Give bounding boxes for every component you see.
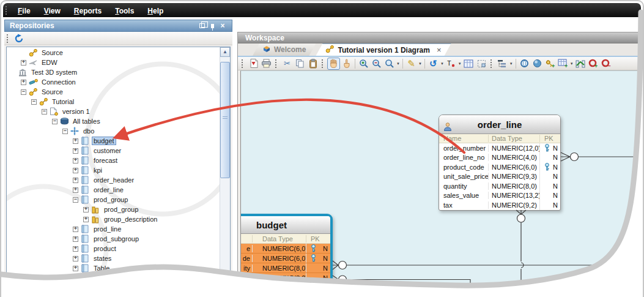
- selection-icon[interactable]: [475, 58, 488, 70]
- zoom-in-icon[interactable]: [357, 58, 370, 70]
- tree-item-tutorial[interactable]: −Tutorial: [8, 97, 219, 107]
- text-tool-icon[interactable]: T: [445, 58, 457, 70]
- print-icon[interactable]: [260, 58, 273, 70]
- entity-order_line[interactable]: order_lineNameData TypePKorder_numberNUM…: [439, 115, 561, 211]
- copy-icon[interactable]: [294, 58, 306, 70]
- expander-plus-icon[interactable]: +: [73, 266, 78, 271]
- tree-item-order_line[interactable]: +order_line: [8, 185, 219, 195]
- entity-budget[interactable]: budgetData TypePKeNUMERIC(6,0)NdeNUMERIC…: [240, 214, 333, 285]
- expander-plus-icon[interactable]: +: [83, 207, 89, 212]
- circle-minus-icon[interactable]: −: [600, 58, 613, 70]
- circle-add-icon[interactable]: +: [587, 58, 600, 70]
- expander-minus-icon[interactable]: −: [42, 109, 47, 115]
- entity-header[interactable]: budget: [240, 216, 330, 234]
- dropdown-arrow-icon[interactable]: ▼: [509, 62, 513, 66]
- expander-plus-icon[interactable]: +: [21, 80, 26, 85]
- menu-item-reports[interactable]: Reports: [67, 7, 108, 15]
- tab-close-icon[interactable]: ×: [437, 45, 442, 55]
- tree-item-label[interactable]: Connection: [40, 78, 77, 86]
- tree-item-dbo[interactable]: −dbo: [8, 126, 219, 136]
- tree-item-label[interactable]: EDW: [40, 59, 59, 66]
- tab-tutorial-version-1-diagram[interactable]: Tutorial version 1 Diagram×: [316, 43, 451, 56]
- expander-plus-icon[interactable]: +: [73, 178, 78, 183]
- tree-item-prod_group[interactable]: +prod_group: [8, 205, 219, 214]
- expander-minus-icon[interactable]: −: [52, 119, 57, 124]
- zoom-out-icon[interactable]: [370, 58, 383, 70]
- tree-item-connection[interactable]: +Connection: [8, 77, 219, 87]
- tree-item-label[interactable]: customer: [92, 147, 122, 154]
- tree-item-label[interactable]: prod_group: [92, 196, 129, 203]
- tree-scrollbar[interactable]: ▲: [220, 47, 230, 281]
- grid-table-icon[interactable]: [462, 58, 475, 70]
- chart-icon[interactable]: [574, 58, 587, 70]
- entity-row-ity[interactable]: ityNUMERIC(8,0)N: [240, 263, 330, 273]
- entity-row-product_code[interactable]: product_codeNUMERIC(6,0)N: [439, 162, 560, 172]
- tree-item-label[interactable]: product: [92, 245, 117, 252]
- expander-plus-icon[interactable]: +: [73, 246, 78, 252]
- expander-plus-icon[interactable]: +: [73, 187, 78, 193]
- tree-item-label[interactable]: kpi: [92, 167, 103, 174]
- tree-item-test-3d-system[interactable]: Test 3D system: [8, 67, 219, 77]
- expander-minus-icon[interactable]: −: [31, 99, 37, 105]
- entity-row-quantity[interactable]: quantityNUMERIC(8,0)N: [439, 181, 560, 191]
- pdf-export-icon[interactable]: [247, 58, 260, 70]
- tree-item-label[interactable]: dbo: [82, 127, 95, 135]
- tree-item-label[interactable]: prod_subgroup: [92, 235, 140, 242]
- dropdown-arrow-icon[interactable]: ▼: [418, 62, 422, 66]
- entity-row-tax[interactable]: taxNUMERIC(9,2)N: [439, 200, 560, 210]
- table-add-icon[interactable]: +: [557, 58, 569, 70]
- scrollbar-thumb[interactable]: [220, 62, 230, 178]
- menu-item-file[interactable]: File: [11, 7, 37, 15]
- dropdown-arrow-icon[interactable]: ▼: [570, 62, 574, 66]
- scroll-up-button[interactable]: ▲: [220, 47, 230, 57]
- expander-plus-icon[interactable]: +: [73, 138, 78, 144]
- expander-plus-icon[interactable]: +: [73, 256, 78, 261]
- paste-icon[interactable]: [306, 58, 319, 70]
- tree-item-label[interactable]: order_line: [92, 186, 125, 194]
- menu-item-view[interactable]: View: [37, 7, 67, 15]
- diagram-canvas[interactable]: order_lineNameData TypePKorder_numberNUM…: [240, 70, 642, 297]
- tree-item-label[interactable]: prod_group: [103, 206, 139, 213]
- tree-item-all-tables[interactable]: −All tables: [8, 116, 219, 126]
- dropdown-arrow-icon[interactable]: ▼: [396, 62, 400, 66]
- tree-item-label[interactable]: All tables: [72, 118, 102, 125]
- tree-item-prod_group[interactable]: −prod_group: [8, 195, 219, 205]
- tree-item-label[interactable]: group_description: [103, 216, 158, 223]
- expander-plus-icon[interactable]: +: [73, 227, 78, 232]
- tree-item-label[interactable]: version 1: [61, 108, 91, 115]
- lens-icon[interactable]: [518, 58, 531, 70]
- key-add-icon[interactable]: +: [544, 58, 557, 70]
- dropdown-arrow-icon[interactable]: ▼: [458, 62, 462, 66]
- tree-item-label[interactable]: Test 3D system: [30, 69, 78, 76]
- repository-tree[interactable]: Source+EDWTest 3D system+Connection−Sour…: [6, 47, 231, 282]
- pin-icon[interactable]: [208, 21, 217, 30]
- undo-icon[interactable]: ↺: [427, 58, 440, 70]
- entity-row-order_number[interactable]: order_numberNUMERIC(12,0)N: [439, 143, 560, 153]
- tree-item-label[interactable]: Source: [40, 88, 64, 96]
- tree-item-label[interactable]: forecast: [92, 157, 119, 164]
- tree-item-prod_line[interactable]: +prod_line: [8, 224, 219, 234]
- expander-minus-icon[interactable]: −: [62, 129, 68, 134]
- menu-item-tools[interactable]: Tools: [108, 7, 141, 15]
- tree-item-label[interactable]: Table: [92, 265, 111, 272]
- pointer-hand-icon[interactable]: [340, 58, 353, 70]
- expander-minus-icon[interactable]: −: [21, 89, 26, 95]
- expander-plus-icon[interactable]: +: [73, 168, 78, 173]
- tree-item-label[interactable]: order_header: [92, 176, 135, 184]
- cut-icon[interactable]: ✂: [281, 58, 294, 70]
- entity-header[interactable]: order_line: [439, 115, 560, 134]
- tree-item-label[interactable]: Source: [40, 49, 64, 56]
- tree-item-label[interactable]: Tutorial: [51, 98, 75, 105]
- expander-plus-icon[interactable]: +: [73, 148, 78, 154]
- expander-plus-icon[interactable]: +: [21, 60, 26, 66]
- entity-row-clipped[interactable]: NUMERIC(8,2)N: [240, 273, 330, 283]
- tree-item-group_description[interactable]: +group_description: [8, 214, 219, 224]
- tree-item-label[interactable]: prod_line: [92, 225, 122, 233]
- expander-plus-icon[interactable]: +: [73, 236, 78, 242]
- close-icon[interactable]: ×: [218, 21, 227, 30]
- refresh-icon[interactable]: [12, 32, 25, 45]
- tree-item-budget[interactable]: +budget: [8, 136, 219, 146]
- tree-item-edw[interactable]: +EDW: [8, 58, 219, 67]
- entity-row-order_line_no[interactable]: order_line_noNUMERIC(4,0)N: [439, 153, 560, 163]
- tree-item-forecast[interactable]: +forecast: [8, 156, 219, 165]
